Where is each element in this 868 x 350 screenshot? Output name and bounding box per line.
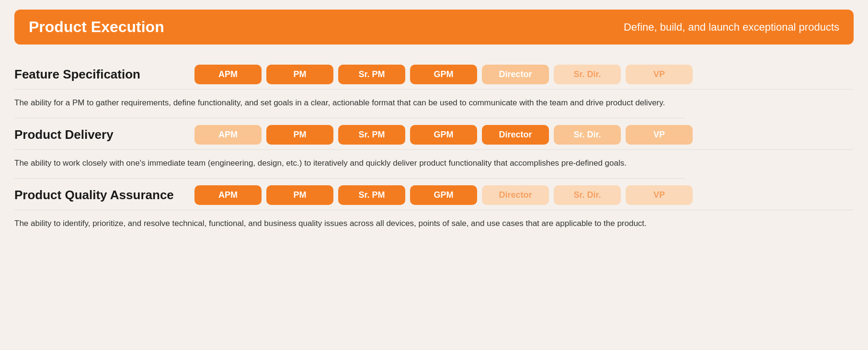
skill-description-product-quality-assurance: The ability to identify, prioritize, and… [14, 210, 685, 238]
page-wrapper: Product Execution Define, build, and lau… [0, 0, 868, 253]
level-badges-feature-specification: APMPMSr. PMGPMDirectorSr. Dir.VP [194, 65, 854, 84]
badge-product-delivery-pm[interactable]: PM [266, 125, 333, 145]
badge-product-quality-assurance-sr--dir-[interactable]: Sr. Dir. [554, 185, 621, 205]
skill-header-row-product-quality-assurance: Product Quality AssuranceAPMPMSr. PMGPMD… [14, 179, 854, 210]
header-title: Product Execution [29, 18, 164, 36]
badge-feature-specification-apm[interactable]: APM [194, 65, 262, 84]
badge-product-delivery-sr--pm[interactable]: Sr. PM [338, 125, 405, 145]
badge-product-delivery-gpm[interactable]: GPM [410, 125, 477, 145]
skill-header-row-product-delivery: Product DeliveryAPMPMSr. PMGPMDirectorSr… [14, 118, 854, 150]
badge-product-delivery-apm[interactable]: APM [194, 125, 262, 145]
badge-product-delivery-director[interactable]: Director [482, 125, 549, 145]
badge-feature-specification-pm[interactable]: PM [266, 65, 333, 84]
skills-container: Feature SpecificationAPMPMSr. PMGPMDirec… [14, 58, 854, 239]
badge-feature-specification-gpm[interactable]: GPM [410, 65, 477, 84]
header-banner: Product Execution Define, build, and lau… [14, 10, 854, 45]
skill-description-feature-specification: The ability for a PM to gather requireme… [14, 90, 685, 118]
level-badges-product-quality-assurance: APMPMSr. PMGPMDirectorSr. Dir.VP [194, 185, 854, 205]
badge-product-quality-assurance-apm[interactable]: APM [194, 185, 262, 205]
badge-feature-specification-sr--pm[interactable]: Sr. PM [338, 65, 405, 84]
level-badges-product-delivery: APMPMSr. PMGPMDirectorSr. Dir.VP [194, 125, 854, 145]
skill-name-product-quality-assurance: Product Quality Assurance [14, 188, 187, 203]
skill-name-product-delivery: Product Delivery [14, 127, 187, 142]
badge-product-quality-assurance-director[interactable]: Director [482, 185, 549, 205]
badge-product-quality-assurance-sr--pm[interactable]: Sr. PM [338, 185, 405, 205]
badge-product-delivery-sr--dir-[interactable]: Sr. Dir. [554, 125, 621, 145]
badge-product-delivery-vp[interactable]: VP [626, 125, 693, 145]
skill-header-row-feature-specification: Feature SpecificationAPMPMSr. PMGPMDirec… [14, 58, 854, 90]
skill-description-product-delivery: The ability to work closely with one's i… [14, 150, 685, 179]
header-subtitle: Define, build, and launch exceptional pr… [624, 21, 839, 34]
badge-feature-specification-sr--dir-[interactable]: Sr. Dir. [554, 65, 621, 84]
skill-name-feature-specification: Feature Specification [14, 67, 187, 82]
badge-product-quality-assurance-pm[interactable]: PM [266, 185, 333, 205]
badge-product-quality-assurance-gpm[interactable]: GPM [410, 185, 477, 205]
badge-feature-specification-director[interactable]: Director [482, 65, 549, 84]
badge-product-quality-assurance-vp[interactable]: VP [626, 185, 693, 205]
badge-feature-specification-vp[interactable]: VP [626, 65, 693, 84]
